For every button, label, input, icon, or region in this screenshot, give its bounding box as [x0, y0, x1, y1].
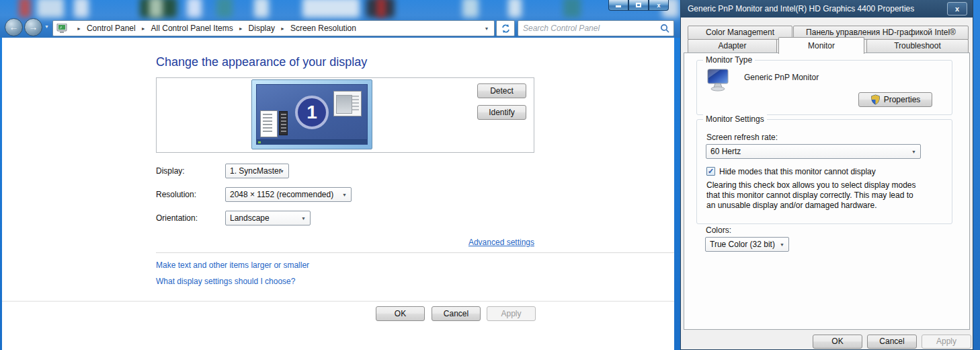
breadcrumb-item-screen-resolution[interactable]: Screen Resolution: [290, 24, 356, 33]
colors-label: Colors:: [706, 225, 731, 235]
monitor-name: Generic PnP Monitor: [744, 73, 819, 82]
colors-select[interactable]: True Color (32 bit) ▼: [705, 237, 789, 252]
orientation-field-row: Orientation: Landscape ▼: [156, 211, 311, 225]
hide-modes-checkbox[interactable]: ✓: [706, 167, 715, 176]
breadcrumb-item-all-items[interactable]: All Control Panel Items: [151, 24, 233, 33]
desktop-icon-blur: [462, 0, 479, 18]
chevron-right-icon: ►: [280, 26, 285, 31]
close-icon: x: [657, 2, 660, 9]
refresh-rate-select[interactable]: 60 Hertz ▼: [706, 144, 921, 159]
resolution-field-row: Resolution: 2048 × 1152 (recommended) ▼: [156, 187, 352, 202]
section-divider: [156, 252, 674, 253]
navigation-toolbar: ← → ▼ ► Control Panel ► All Control Pane…: [0, 19, 680, 38]
monitor-number-badge: 1: [295, 96, 329, 129]
footer-divider: [2, 301, 674, 302]
back-arrow-icon: ←: [9, 22, 19, 32]
display-settings-help-link[interactable]: What display settings should I choose?: [156, 277, 295, 286]
maximize-icon: [636, 3, 641, 7]
display-select-value: 1. SyncMaster: [230, 166, 282, 176]
advanced-settings-container: Advanced settings: [156, 238, 534, 247]
detect-button[interactable]: Detect: [477, 83, 526, 98]
display-label: Display:: [156, 166, 225, 176]
monitor-tab-page: Monitor Type Generic PnP Monitor Pro: [684, 53, 970, 330]
recent-pages-dropdown[interactable]: ▼: [44, 24, 49, 29]
page-title: Change the appearance of your display: [156, 55, 367, 69]
desktop-icon-blur: [19, 0, 31, 18]
preview-window-thumbnail: [279, 111, 288, 135]
window-glass-frame: x ← → ▼ ► Control Panel ► All Control Pa…: [0, 0, 680, 38]
orientation-select-value: Landscape: [230, 213, 270, 223]
preview-taskbar: [257, 139, 367, 144]
close-button[interactable]: x: [649, 0, 669, 11]
identify-button[interactable]: Identify: [477, 105, 526, 120]
back-button[interactable]: ←: [5, 18, 23, 36]
breadcrumb-item-control-panel[interactable]: Control Panel: [87, 24, 136, 33]
refresh-icon: [501, 24, 511, 34]
chevron-right-icon: ►: [77, 26, 81, 31]
tab-color-management[interactable]: Color Management: [688, 26, 792, 40]
tab-adapter[interactable]: Adapter: [688, 39, 777, 53]
cancel-button[interactable]: Cancel: [432, 306, 481, 321]
ok-button[interactable]: OK: [376, 306, 425, 321]
advanced-settings-link[interactable]: Advanced settings: [468, 238, 534, 247]
forward-button[interactable]: →: [24, 18, 42, 36]
dialog-close-button[interactable]: x: [947, 2, 967, 15]
resolution-select-value: 2048 × 1152 (recommended): [230, 190, 333, 199]
search-box: [518, 20, 674, 36]
chevron-down-icon: ▼: [280, 169, 284, 174]
desktop-icon-blur: [216, 0, 233, 18]
desktop-background: [973, 0, 980, 350]
dialog-titlebar: Generic PnP Monitor and Intel(R) HD Grap…: [681, 0, 973, 18]
forward-arrow-icon: →: [29, 22, 38, 32]
desktop-icon-blur: [376, 0, 386, 18]
chevron-right-icon: ►: [141, 26, 146, 31]
apply-button[interactable]: Apply: [487, 306, 536, 321]
address-dropdown-icon[interactable]: ▼: [481, 26, 493, 31]
desktop-icon-blur: [254, 0, 269, 18]
monitor-settings-group-label: Monitor Settings: [703, 114, 767, 124]
uac-shield-icon: [870, 94, 881, 105]
minimize-icon: [616, 5, 621, 7]
resolution-select[interactable]: 2048 × 1152 (recommended) ▼: [225, 187, 352, 202]
desktop-icon-blur: [187, 0, 202, 18]
hide-modes-row: ✓ Hide modes that this monitor cannot di…: [706, 167, 876, 176]
orientation-select[interactable]: Landscape ▼: [225, 211, 311, 225]
resolution-label: Resolution:: [156, 190, 225, 199]
search-input[interactable]: [518, 24, 656, 33]
refresh-rate-value: 60 Hertz: [710, 147, 741, 156]
desktop-icon-blur: [563, 0, 581, 18]
dialog-apply-button[interactable]: Apply: [922, 335, 971, 349]
chevron-down-icon: ▼: [301, 216, 306, 221]
chevron-right-icon: ►: [239, 26, 243, 31]
desktop-icon-blur: [302, 0, 360, 18]
breadcrumb[interactable]: ► Control Panel ► All Control Panel Item…: [52, 20, 495, 36]
dialog-ok-button[interactable]: OK: [813, 335, 862, 349]
desktop-icon-blur: [149, 0, 163, 18]
display-mini-icon: [56, 24, 67, 33]
display-field-row: Display: 1. SyncMaster ▼: [156, 164, 289, 178]
hide-modes-description: Clearing this check box allows you to se…: [706, 180, 923, 211]
hide-modes-label: Hide modes that this monitor cannot disp…: [719, 167, 876, 176]
tab-monitor[interactable]: Monitor: [778, 37, 864, 54]
desktop-icon-blur: [74, 0, 89, 18]
chevron-down-icon: ▼: [780, 242, 784, 247]
refresh-button[interactable]: [496, 20, 515, 36]
monitor-preview[interactable]: 1: [251, 79, 372, 149]
monitor-type-group: Monitor Type Generic PnP Monitor Pro: [696, 60, 952, 115]
monitor-properties-dialog: Generic PnP Monitor and Intel(R) HD Grap…: [680, 0, 973, 350]
monitor-type-group-label: Monitor Type: [703, 55, 755, 65]
properties-button[interactable]: Properties: [858, 92, 932, 107]
tab-troubleshoot[interactable]: Troubleshoot: [866, 39, 969, 53]
breadcrumb-item-display[interactable]: Display: [249, 24, 275, 33]
dialog-cancel-button[interactable]: Cancel: [867, 335, 917, 349]
caption-buttons: x: [608, 0, 669, 11]
maximize-button[interactable]: [628, 0, 649, 11]
search-icon[interactable]: [656, 24, 673, 33]
make-text-larger-link[interactable]: Make text and other items larger or smal…: [156, 260, 309, 270]
preview-window-thumbnail: [333, 91, 362, 116]
orientation-label: Orientation:: [156, 213, 225, 223]
chevron-down-icon: ▼: [342, 193, 347, 197]
minimize-button[interactable]: [608, 0, 628, 11]
display-select[interactable]: 1. SyncMaster ▼: [225, 164, 289, 178]
preview-window-thumbnail: [260, 110, 278, 137]
